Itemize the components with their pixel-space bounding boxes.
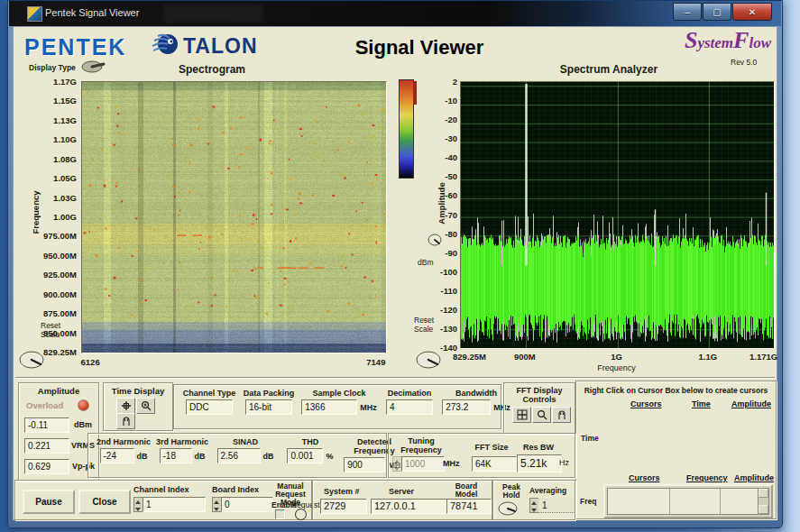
spectrum-pan-knob[interactable] [416,350,443,370]
res-bw-unit: Hz [559,458,569,467]
scroll-down-button[interactable] [759,505,768,514]
spectrogram-y-ticks: 1.17G1.15G1.13G1.10G1.08G1.05G1.03G1.00G… [21,81,77,352]
peak-hold-toggle[interactable] [498,501,520,516]
maximize-button[interactable]: ▢ [703,3,731,21]
tick-label: 1.15G [53,96,77,105]
freq-amplitude-header[interactable]: Amplitude [734,473,774,482]
fft-pan-tool-button[interactable] [552,407,571,423]
fft-zoom-tool-button[interactable] [532,407,551,423]
amplitude-vrms-value[interactable]: 0.221 [24,438,69,454]
time-time-header[interactable]: Time [692,399,711,408]
spectrum-plot-frame [460,81,775,349]
field-bandwidth: Bandwidth273.2MHz [441,389,511,415]
server-value[interactable]: 127.0.0.1 [371,499,448,514]
time-cursors-header[interactable]: Cursors [630,399,662,408]
field-value[interactable]: 16-bit [245,399,292,415]
close-window-button[interactable]: ✕ [732,3,772,21]
spectrogram-reset-label-1: Reset [41,321,60,330]
averaging-label: Averaging [529,486,566,495]
enable-checkbox[interactable] [275,509,285,519]
color-ramp[interactable] [399,79,414,179]
field-data-packing: Data Packing16-bit [241,389,297,415]
tick-label: 1.17G [53,77,77,87]
pause-button[interactable]: Pause [23,490,75,514]
time-cursor-label: Time [581,434,599,443]
graph-pan-tool-button[interactable] [116,413,135,429]
freq-frequency-header[interactable]: Frequency [686,473,728,482]
field-value[interactable]: 273.2 [442,399,491,415]
board-model-value[interactable]: 78741 [446,499,492,514]
field-unit: dB [195,452,206,461]
app-icon [27,6,42,22]
titlebar-artifact [164,5,263,23]
field-label: Channel Type [181,389,237,398]
systemflow-word-a: System [685,32,733,50]
system-number-value[interactable]: 2729 [320,499,367,514]
fft-size-value[interactable]: 64K [472,456,517,472]
amplitude-vppk-value[interactable]: 0.629 [24,459,69,474]
board-index-value[interactable]: 0 [221,497,273,512]
board-model-label: Board Model [446,482,486,499]
graph-zoom-tool-button[interactable] [136,398,155,414]
color-ramp-marker[interactable] [413,81,417,105]
request-button[interactable] [295,509,307,520]
spectrum-plot[interactable] [461,82,774,348]
spectrum-scale-knob[interactable] [427,233,443,247]
spectrogram-scale-knob[interactable] [19,350,46,370]
close-button[interactable]: Close [78,490,131,514]
field-value[interactable]: -24 [100,448,134,463]
freq-cursor-label: Freq [580,497,596,506]
time-display-group: Time Display [103,382,173,431]
tick-label: 1.08G [53,153,77,163]
tick-label: 900M [514,352,536,362]
spectrogram-x-ticks: 61267149 [81,357,385,368]
time-amplitude-header[interactable]: Amplitude [731,399,771,408]
tick-label: -60 [445,190,457,200]
spectrogram-plot[interactable] [82,82,386,353]
averaging-value[interactable]: 1 [538,498,575,513]
field-unit: dB [263,452,274,461]
field-thd: THD0.001% [281,437,339,463]
field-value[interactable]: 2.56 [217,448,261,463]
amplitude-dbm-value[interactable]: -0.11 [24,417,69,433]
tick-label: 1.05G [53,173,77,183]
tick-label: 900.00M [43,289,77,298]
hand-icon [121,416,132,427]
cursor-col-frequency[interactable] [670,489,721,514]
fft-cursor-tool-button[interactable] [512,407,531,423]
tick-label: -120 [440,304,457,314]
freq-cursor-box[interactable] [603,484,773,518]
field-2nd-harmonic: 2nd Harmonic-24dB [96,437,152,463]
tick-label: -90 [445,247,457,257]
graph-cursor-tool-button[interactable] [116,398,135,414]
field-label: Sample Clock [300,389,378,398]
field-3rd-harmonic: 3rd Harmonic-18dB [155,437,209,463]
cursor-col-cursors[interactable] [608,489,670,514]
field-sample-clock: Sample Clock1366MHz [300,389,378,415]
freq-cursors-header[interactable]: Cursors [629,473,660,482]
peak-averaging-group: Peak Hold Averaging 1 [492,480,575,520]
minimize-button[interactable]: – [673,3,702,21]
cursor-box-scrollbar[interactable] [758,488,769,515]
channel-index-value[interactable]: 1 [143,497,206,512]
field-label: SINAD [213,437,278,446]
field-value[interactable]: 0.001 [287,448,323,463]
tick-label: 1.1G [699,352,718,362]
tick-label: -50 [445,171,457,181]
field-value[interactable]: 4 [386,399,433,415]
field-value[interactable]: -18 [160,448,192,463]
cursor-col-amplitude[interactable] [721,489,758,514]
system-number-label: System # [324,487,360,496]
system-group: System # 2729 Server 127.0.0.1 Board Mod… [312,480,492,520]
pentek-logo: PENTEK [24,34,126,60]
field-value[interactable]: 1366 [301,399,357,415]
tuning-frequency-value[interactable]: 1000 [401,456,445,472]
divider [15,377,775,379]
display-type-switch[interactable] [80,58,107,74]
field-value[interactable]: DDC [186,399,233,415]
channel-index-label: Channel Index [133,485,189,494]
magnifier-icon [537,409,547,420]
scroll-up-button[interactable] [759,489,768,498]
title-bar[interactable]: Pentek Signal Viewer – ▢ ✕ [9,1,781,26]
field-value[interactable]: 900 [344,457,385,472]
